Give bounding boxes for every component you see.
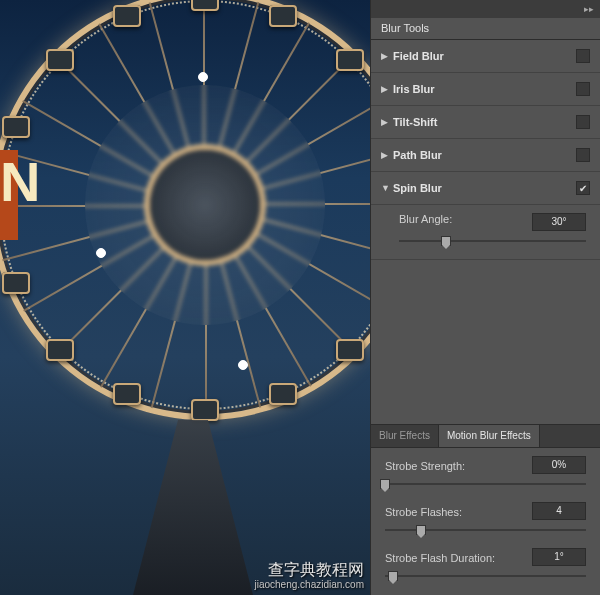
effects-tab-bar: Blur Effects Motion Blur Effects <box>371 424 600 448</box>
chevron-right-icon: ▶ <box>381 51 393 61</box>
tool-checkbox[interactable] <box>576 82 590 96</box>
ferris-wheel <box>0 0 370 420</box>
tool-checkbox[interactable] <box>576 148 590 162</box>
tab-blur-effects[interactable]: Blur Effects <box>371 425 439 447</box>
chevron-down-icon: ▼ <box>381 183 393 193</box>
gondola <box>113 383 141 405</box>
slider-thumb[interactable] <box>388 571 398 581</box>
slider-track <box>385 575 586 577</box>
gondola <box>46 339 74 361</box>
panel-collapse-icon[interactable]: ▸▸ <box>584 4 594 14</box>
blur-handle-top[interactable] <box>198 72 208 82</box>
strobe-flashes-row: Strobe Flashes: 4 <box>371 494 600 540</box>
slider-thumb[interactable] <box>380 479 390 489</box>
slider-track <box>399 240 586 242</box>
tool-checkbox[interactable] <box>576 49 590 63</box>
gondola <box>269 5 297 27</box>
watermark: 查字典教程网 jiaocheng.chazidian.com <box>254 560 364 591</box>
blur-angle-label: Blur Angle: <box>399 213 452 225</box>
slider-track <box>385 483 586 485</box>
spin-blur-options: Blur Angle: 30° <box>371 205 600 260</box>
chevron-right-icon: ▶ <box>381 84 393 94</box>
panel-spacer <box>371 260 600 424</box>
tool-row-iris-blur[interactable]: ▶Iris Blur <box>371 73 600 106</box>
tool-label: Field Blur <box>393 50 576 62</box>
strobe-strength-row: Strobe Strength: 0% <box>371 448 600 494</box>
slider-thumb[interactable] <box>441 236 451 246</box>
gondola <box>2 116 30 138</box>
gondola <box>191 0 219 11</box>
blur-angle-value[interactable]: 30° <box>532 213 586 231</box>
tool-row-spin-blur[interactable]: ▼Spin Blur <box>371 172 600 205</box>
strobe-strength-slider[interactable] <box>385 478 586 490</box>
tab-motion-blur-effects[interactable]: Motion Blur Effects <box>439 425 540 447</box>
strobe-flashes-slider[interactable] <box>385 524 586 536</box>
gondola <box>191 399 219 421</box>
neon-sign: N <box>0 150 18 240</box>
panel-title: Blur Tools <box>371 18 439 39</box>
tool-row-field-blur[interactable]: ▶Field Blur <box>371 40 600 73</box>
strobe-flash-duration-slider[interactable] <box>385 570 586 582</box>
watermark-title: 查字典教程网 <box>254 560 364 579</box>
tool-checkbox[interactable] <box>576 115 590 129</box>
blur-handle-left[interactable] <box>96 248 106 258</box>
tool-label: Iris Blur <box>393 83 576 95</box>
gondola <box>113 5 141 27</box>
spin-blur-overlay[interactable] <box>85 85 325 325</box>
gondola <box>336 49 364 71</box>
strobe-strength-value[interactable]: 0% <box>532 456 586 474</box>
canvas[interactable]: N 查字典教程网 jiaocheng.chazidian.com <box>0 0 370 595</box>
strobe-flash-duration-value[interactable]: 1° <box>532 548 586 566</box>
slider-thumb[interactable] <box>416 525 426 535</box>
gondola <box>2 272 30 294</box>
gondola <box>336 339 364 361</box>
slider-track <box>385 529 586 531</box>
tool-checkbox[interactable] <box>576 181 590 195</box>
watermark-url: jiaocheng.chazidian.com <box>254 579 364 591</box>
tool-row-path-blur[interactable]: ▶Path Blur <box>371 139 600 172</box>
tool-label: Tilt-Shift <box>393 116 576 128</box>
tool-row-tilt-shift[interactable]: ▶Tilt-Shift <box>371 106 600 139</box>
strobe-flashes-value[interactable]: 4 <box>532 502 586 520</box>
blur-handle-bottom[interactable] <box>238 360 248 370</box>
chevron-right-icon: ▶ <box>381 117 393 127</box>
panel-header-bar: ▸▸ <box>371 0 600 18</box>
gondola <box>269 383 297 405</box>
strobe-flash-duration-row: Strobe Flash Duration: 1° <box>371 540 600 586</box>
tool-label: Path Blur <box>393 149 576 161</box>
blur-tools-panel: ▸▸ Blur Tools ▶Field Blur▶Iris Blur▶Tilt… <box>370 0 600 595</box>
support-tower <box>118 420 268 595</box>
gondola <box>46 49 74 71</box>
tool-label: Spin Blur <box>393 182 576 194</box>
panel-title-tab[interactable]: Blur Tools <box>371 18 600 40</box>
chevron-right-icon: ▶ <box>381 150 393 160</box>
blur-angle-slider[interactable] <box>399 235 586 247</box>
